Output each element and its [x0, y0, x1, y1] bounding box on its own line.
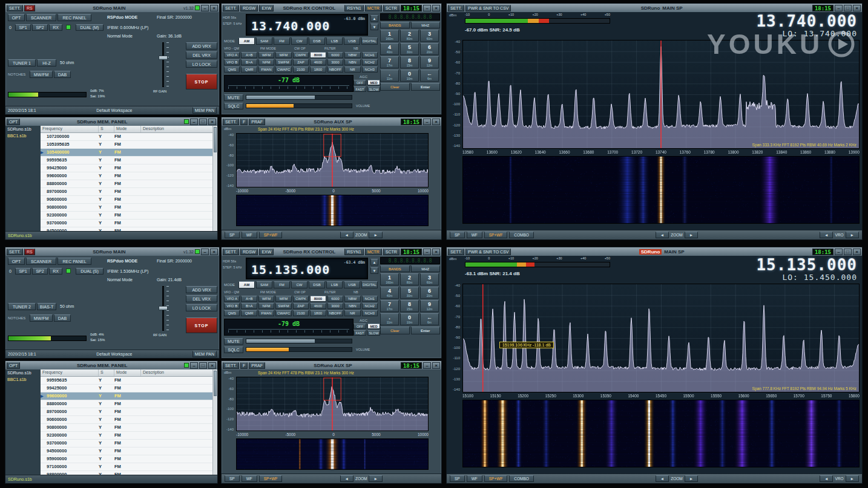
mode-button[interactable]: FM — [274, 37, 290, 45]
rf-gain-thumb[interactable] — [159, 306, 168, 310]
mode-button[interactable]: SAM — [256, 281, 272, 288]
control-button[interactable]: NCH2 — [362, 59, 378, 65]
column-header[interactable]: Mode — [114, 369, 141, 376]
control-button[interactable]: NBN — [344, 303, 360, 309]
rec-panel-button[interactable]: REC PANEL — [58, 258, 91, 265]
dual-mode-button[interactable]: DUAL (M) — [76, 24, 104, 31]
main-spectrum[interactable]: Span 777.8 KHz FFT 8192 Pts RBW 94.94 Hz… — [462, 284, 860, 392]
control-button[interactable]: NCH2 — [362, 303, 378, 309]
sctr-button[interactable]: SCTR — [383, 5, 399, 11]
agc-button[interactable]: FAST — [353, 86, 366, 92]
mode-button[interactable]: USB — [344, 281, 360, 288]
rsyn-button[interactable]: RSYN1 — [344, 5, 363, 11]
memory-file-item[interactable]: SDRuno.s1b — [5, 369, 41, 376]
memory-titlebar[interactable]: OPT SDRuno MEM. PANEL – □ × — [5, 361, 217, 369]
minimize-button[interactable]: – — [835, 5, 843, 11]
bands-button[interactable]: BANDS — [380, 22, 410, 28]
main-titlebar[interactable]: SETT. RS SDRuno MAIN v1.32 – × — [5, 247, 219, 256]
control-button[interactable]: 4600 — [310, 59, 326, 65]
stop-button[interactable]: STOP — [186, 74, 217, 89]
record-button[interactable]: RS — [24, 5, 35, 11]
wf-button[interactable]: WF — [242, 475, 257, 482]
main-spectrum-canvas[interactable] — [463, 284, 859, 392]
keypad-key[interactable]: 7 17m — [380, 300, 399, 312]
keypad-key[interactable]: 9 12m — [420, 56, 439, 68]
add-vrx-button[interactable]: ADD VRX — [186, 286, 217, 293]
memory-row[interactable]: 99595635 Y FM — [41, 377, 212, 385]
control-button[interactable]: 4600 — [310, 303, 326, 309]
keypad-key[interactable]: ← 6m — [420, 70, 439, 82]
rx-control-titlebar[interactable]: SETT. RDSW EXW SDRuno RX CONTROL RSYN1 M… — [222, 247, 441, 256]
mode-button[interactable]: AM — [238, 281, 255, 288]
squelch-slider[interactable] — [246, 95, 352, 100]
memory-row[interactable]: 94500000 Y FM — [41, 447, 212, 455]
pwr-snr-csv-button[interactable]: PWR & SNR TO CSV — [465, 5, 511, 11]
wf-button[interactable]: WF — [467, 475, 482, 482]
dab-notch-button[interactable]: DAB — [54, 71, 71, 78]
memory-row[interactable]: 90600000 Y FM — [41, 416, 212, 424]
opt-button[interactable]: OPT — [7, 362, 20, 369]
control-button[interactable]: SWFM — [275, 303, 291, 309]
sp-button[interactable]: SP — [450, 475, 465, 482]
mode-button[interactable]: CW — [291, 281, 307, 288]
mode-button[interactable]: USB — [344, 37, 360, 45]
add-vrx-button[interactable]: ADD VRX — [186, 42, 217, 50]
control-button[interactable]: FMAN — [258, 67, 274, 73]
control-button[interactable]: ZAP — [293, 59, 309, 65]
mode-button[interactable]: LSB — [326, 37, 343, 45]
control-button[interactable]: CWAFC — [275, 310, 291, 316]
control-button[interactable]: NR — [344, 67, 360, 73]
memory-file-item[interactable]: BBC1.s1b — [5, 376, 41, 383]
control-button[interactable]: SWFM — [275, 59, 291, 65]
mwfm-notch-button[interactable]: MW/FM — [30, 71, 53, 78]
stop-button[interactable]: STOP — [186, 317, 217, 333]
mute-button[interactable]: MUTE — [224, 338, 243, 345]
rf-gain-thumb[interactable] — [159, 56, 168, 60]
memory-row[interactable]: 88800000 Y FM — [41, 400, 212, 408]
control-button[interactable]: A>B — [241, 52, 257, 58]
control-button[interactable]: MFM — [275, 52, 291, 58]
memory-titlebar[interactable]: OPT SDRuno MEM. PANEL – □ × — [5, 117, 217, 126]
sctr-button[interactable]: SCTR — [383, 249, 399, 255]
aux-sp-titlebar[interactable]: SETT. F PRAF SDRuno AUX SP 18:15 – × — [222, 361, 441, 369]
sp1-button[interactable]: SP1 — [15, 24, 31, 31]
sp-wf-button[interactable]: SP+WF — [259, 232, 283, 238]
control-button[interactable]: NR — [344, 310, 360, 316]
agc-button[interactable]: OFF — [353, 324, 366, 329]
zoom-out-button[interactable]: ◄ — [656, 475, 669, 482]
dual-mode-button[interactable]: DUAL (S) — [76, 268, 104, 275]
zoom-out-button[interactable]: ◄ — [340, 475, 353, 482]
close-button[interactable]: × — [432, 362, 440, 369]
close-button[interactable]: × — [432, 5, 440, 11]
control-button[interactable]: B>A — [241, 59, 257, 65]
opt-button[interactable]: OPT — [7, 119, 20, 125]
minimize-button[interactable]: – — [190, 119, 198, 125]
dab-notch-button[interactable]: DAB — [54, 314, 71, 322]
minimize-button[interactable]: – — [201, 5, 209, 11]
scrollbar-thumb[interactable] — [214, 127, 217, 152]
aux-spectrum-canvas[interactable] — [237, 377, 428, 431]
settings-button[interactable]: SETT. — [448, 249, 464, 255]
aux-sp-titlebar[interactable]: SETT. F PRAF SDRuno AUX SP 18:15 – × — [222, 117, 441, 126]
column-header[interactable]: Description — [141, 369, 217, 376]
enter-button[interactable]: Enter — [411, 327, 441, 334]
control-button[interactable]: NCH1 — [362, 52, 378, 58]
keypad-key[interactable]: 5 30m — [400, 287, 419, 299]
keypad-key[interactable]: 1 160m — [380, 30, 399, 42]
keypad-key[interactable]: 6 20m — [420, 43, 439, 55]
control-button[interactable]: VFO A — [224, 52, 240, 58]
control-button[interactable]: NCH1 — [362, 296, 378, 302]
main-titlebar[interactable]: SETT. RS SDRuno MAIN v1.32 – × — [5, 4, 219, 12]
memory-row[interactable]: 107200000 Y FM — [41, 133, 212, 141]
rx-button[interactable]: RX — [49, 268, 62, 275]
mode-button[interactable]: AM — [238, 37, 255, 45]
memory-row[interactable]: 92300000 Y FM — [41, 212, 212, 220]
step-down-button[interactable]: ▼ — [370, 267, 378, 274]
exw-button[interactable]: EXW — [259, 5, 274, 11]
scrollbar[interactable] — [212, 126, 217, 231]
keypad-key[interactable]: 2 80m — [400, 273, 419, 285]
freeze-button[interactable]: F — [240, 119, 248, 125]
minimize-button[interactable]: – — [190, 362, 198, 369]
memory-row[interactable]: 89700000 Y FM — [41, 408, 212, 416]
control-button[interactable]: QMR — [241, 67, 257, 73]
